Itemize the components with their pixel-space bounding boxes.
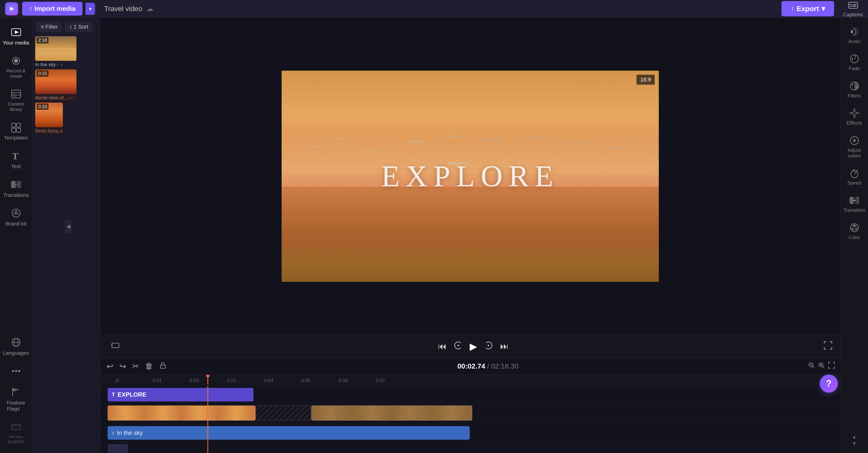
help-button[interactable]: ?	[820, 375, 838, 393]
right-sidebar-item-effects[interactable]: Effects	[841, 103, 868, 130]
track-row-extra	[100, 442, 840, 453]
media-panel: ≡ Filter ↕ 1 Sort 2:18 In the sky	[32, 18, 100, 453]
svg-marker-39	[488, 345, 490, 347]
sidebar-item-feature-flags[interactable]: FeatureFlags	[0, 382, 32, 416]
playback-controls: ⏮ ▶ ⏭	[100, 335, 840, 357]
right-label-adjust-colors: Adjustcolors	[848, 148, 861, 159]
right-sidebar-item-filters[interactable]: Filters	[841, 76, 868, 103]
collapse-panel-arrow[interactable]: ◀	[65, 220, 72, 233]
sort-button[interactable]: ↕ 1 Sort	[65, 22, 93, 32]
audio-clip-in-the-sky[interactable]: ♪ In the sky	[107, 426, 470, 440]
track-row-text: T EXPLORE	[100, 386, 840, 404]
delete-button[interactable]: 🗑	[144, 360, 155, 372]
import-media-button[interactable]: ↑ Import media	[22, 2, 83, 15]
sidebar-item-your-media[interactable]: Your media	[0, 22, 32, 50]
sort-icon: ↕	[69, 24, 72, 30]
right-sidebar: Audio Fade Filters	[840, 18, 868, 453]
top-bar: ↑ Import media ▾ Travel video ☁ ↑ Export…	[0, 0, 868, 18]
video-clip-main[interactable]	[107, 406, 255, 421]
track-row-video	[100, 404, 840, 424]
ruler-mark-7: 0:07	[376, 378, 385, 383]
svg-point-10	[14, 59, 18, 63]
ruler-mark-1: 0:01	[152, 378, 162, 383]
media-item-aerial[interactable]: 0:15 Aerial view of ... ▾	[35, 69, 76, 101]
sidebar-label-feature-flags: FeatureFlags	[7, 400, 25, 412]
right-label-speed: Speed	[847, 180, 861, 186]
fit-timeline-button[interactable]	[828, 361, 835, 371]
left-sidebar: Your media Record &create Contentlibrary	[0, 18, 32, 453]
redo-button[interactable]: ↪	[118, 360, 128, 373]
export-icon: ↑	[790, 5, 794, 13]
svg-point-53	[856, 87, 857, 88]
video-gap	[255, 406, 311, 421]
right-sidebar-item-fade[interactable]: Fade	[841, 49, 868, 76]
svg-rect-18	[11, 128, 16, 132]
sidebar-item-text[interactable]: T Text	[0, 145, 32, 174]
collapse-down-arrow[interactable]: ▼	[852, 441, 857, 447]
skip-to-start-button[interactable]: ⏮	[434, 339, 450, 353]
sidebar-item-brand-kit[interactable]: Brand kit	[0, 203, 32, 231]
app-logo	[5, 2, 18, 15]
sidebar-item-more[interactable]	[0, 360, 32, 382]
text-clip-label: EXPLORE	[117, 391, 146, 398]
captions-button[interactable]: Captions	[843, 0, 863, 18]
sidebar-label-brand-kit: Brand kit	[5, 221, 26, 227]
right-sidebar-item-adjust-colors[interactable]: Adjustcolors	[841, 130, 868, 163]
sky-duration: 2:18	[37, 37, 49, 43]
svg-marker-8	[15, 30, 19, 34]
collapse-up-arrow[interactable]: ▲	[852, 434, 857, 440]
playback-center-controls: ⏮ ▶ ⏭	[434, 339, 512, 354]
right-sidebar-item-transition[interactable]: Transition	[841, 190, 868, 218]
export-arrow: ▾	[822, 4, 825, 13]
aerial-duration: 0:15	[37, 70, 49, 77]
media-item-sky[interactable]: 2:18 In the sky ✓ ▾	[35, 36, 76, 67]
aspect-ratio-badge[interactable]: 16:9	[637, 75, 655, 85]
right-sidebar-item-color[interactable]: Color	[841, 218, 868, 245]
svg-rect-5	[850, 6, 851, 6]
import-dropdown-button[interactable]: ▾	[86, 3, 95, 15]
ruler-playhead-head	[206, 375, 210, 378]
rewind-button[interactable]	[450, 339, 466, 354]
project-name[interactable]: Travel video	[104, 5, 142, 13]
fullscreen-button[interactable]	[823, 341, 833, 352]
svg-rect-36	[112, 343, 119, 348]
fit-screen-button[interactable]	[107, 339, 123, 354]
filter-label: Filter	[45, 24, 58, 30]
zoom-out-button[interactable]	[808, 361, 815, 371]
zoom-in-button[interactable]	[818, 361, 825, 371]
export-button[interactable]: ↑ Export ▾	[781, 1, 834, 17]
birds-duration: 0:10	[37, 104, 49, 110]
svg-text:T: T	[12, 151, 18, 161]
sidebar-item-transitions[interactable]: Transitions	[0, 174, 32, 203]
cut-button[interactable]: ✂	[131, 360, 141, 373]
video-clip-second[interactable]	[311, 406, 472, 421]
right-label-transition: Transition	[843, 207, 865, 213]
center-area: EXPLORE 16:9 ⏮	[100, 18, 840, 453]
undo-button[interactable]: ↩	[105, 360, 115, 373]
sidebar-item-record-create[interactable]: Record &create	[0, 50, 32, 84]
ruler-mark-6: 0:06	[338, 378, 348, 383]
sidebar-item-languages[interactable]: Languages	[0, 332, 32, 360]
fast-forward-button[interactable]	[480, 339, 497, 354]
right-label-fade: Fade	[849, 66, 860, 71]
total-time: 02:18.30	[491, 362, 519, 370]
text-clip-explore[interactable]: T EXPLORE	[107, 388, 253, 401]
sidebar-item-content-library[interactable]: Contentlibrary	[0, 84, 32, 117]
svg-marker-33	[12, 388, 20, 392]
sidebar-item-templates[interactable]: Templates	[0, 117, 32, 145]
skip-to-end-button[interactable]: ⏭	[497, 339, 512, 353]
audio-clip-label: In the sky	[117, 429, 143, 436]
play-button[interactable]: ▶	[466, 339, 480, 354]
svg-point-69	[855, 228, 858, 230]
filter-button[interactable]: ≡ Filter	[36, 22, 62, 32]
media-item-birds[interactable]: 0:10 Birds flying ab... ▾	[35, 103, 63, 134]
svg-point-29	[12, 370, 14, 372]
extra-clip[interactable]	[107, 444, 128, 453]
right-sidebar-item-audio[interactable]: Audio	[841, 22, 868, 49]
captions-label: Captions	[843, 12, 863, 18]
right-sidebar-item-speed[interactable]: Speed	[841, 163, 868, 190]
svg-rect-6	[852, 6, 857, 6]
filter-icon: ≡	[41, 24, 44, 30]
svg-line-62	[857, 170, 858, 171]
lock-button[interactable]	[158, 360, 168, 373]
